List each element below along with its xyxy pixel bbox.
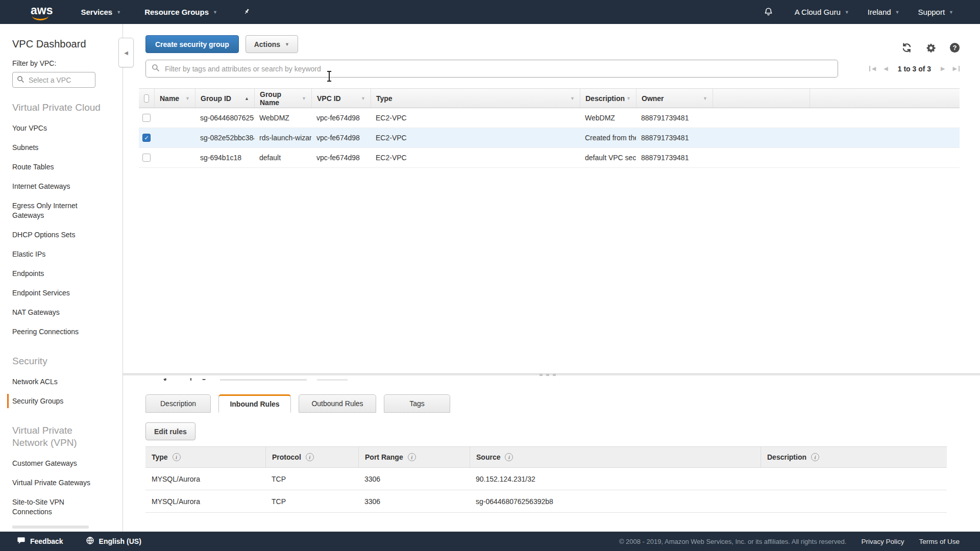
row-checkbox[interactable] (142, 154, 151, 162)
rule-source: 90.152.124.231/32 (470, 475, 761, 483)
nav-resource-groups[interactable]: Resource Groups▼ (144, 8, 217, 16)
clipped-text-remnant (190, 378, 191, 381)
sidebar-item-network-acls[interactable]: Network ACLs (12, 372, 102, 391)
select-all-checkbox[interactable] (144, 94, 149, 103)
sidebar-item-nat-gateways[interactable]: NAT Gateways (12, 303, 102, 322)
chevron-down-icon: ▼ (949, 10, 953, 15)
nav-support-menu[interactable]: Support▼ (918, 8, 953, 16)
sidebar-collapse-button[interactable]: ◀ (118, 38, 134, 67)
vpc-filter-input[interactable] (28, 76, 91, 85)
next-page-button[interactable]: ▶ (941, 66, 945, 71)
cell-owner: 888791739481 (636, 154, 713, 162)
nav-region-menu[interactable]: Ireland▼ (868, 8, 900, 16)
nav-services[interactable]: Services▼ (81, 8, 121, 16)
sidebar-item-egress-only-internet-gateways[interactable]: Egress Only Internet Gateways (12, 196, 102, 225)
column-header-description[interactable]: Description▼ (580, 89, 636, 108)
tab-tags[interactable]: Tags (384, 394, 450, 413)
actions-button[interactable]: Actions▼ (246, 35, 298, 53)
table-row[interactable]: sg-064468076256... WebDMZ vpc-fe674d98 E… (139, 108, 960, 128)
footer-right: © 2008 - 2019, Amazon Web Services, Inc.… (619, 538, 960, 545)
cell-description: default VPC securi... (580, 154, 636, 162)
info-icon[interactable]: i (811, 453, 819, 461)
first-page-button[interactable]: ◀ (869, 66, 876, 71)
row-checkbox-checked[interactable]: ✓ (142, 134, 151, 142)
filter-input[interactable] (164, 64, 832, 73)
sidebar-item-customer-gateways[interactable]: Customer Gateways (12, 454, 102, 473)
edit-rules-button[interactable]: Edit rules (145, 422, 195, 440)
filter-caret-icon: ▼ (185, 96, 190, 101)
vpc-filter-label: Filter by VPC: (12, 59, 112, 67)
search-icon (17, 76, 24, 85)
sort-asc-icon: ▲ (244, 96, 249, 101)
rule-type: MYSQL/Aurora (145, 497, 265, 506)
nav-account-menu[interactable]: A Cloud Guru▼ (795, 8, 849, 16)
chevron-down-icon: ▼ (845, 10, 849, 15)
search-icon (152, 64, 160, 73)
tab-description[interactable]: Description (145, 394, 211, 413)
sidebar-item-subnets[interactable]: Subnets (12, 138, 102, 157)
table-row-selected[interactable]: ✓ sg-082e52bbc384... rds-launch-wizard v… (139, 128, 960, 148)
filter-bar (145, 60, 838, 78)
page-title: VPC Dashboard (12, 38, 112, 50)
sidebar-item-site-to-site-vpn-connections[interactable]: Site-to-Site VPN Connections (12, 492, 102, 521)
sidebar-item-your-vpcs[interactable]: Your VPCs (12, 118, 102, 138)
feedback-button[interactable]: Feedback (17, 536, 63, 546)
info-icon[interactable]: i (306, 453, 314, 461)
info-icon[interactable]: i (505, 453, 513, 461)
filter-caret-icon: ▼ (361, 96, 365, 101)
sidebar-item-elastic-ips[interactable]: Elastic IPs (12, 244, 102, 264)
sidebar-item-security-groups[interactable]: Security Groups (12, 391, 102, 411)
sidebar-item-virtual-private-gateways[interactable]: Virtual Private Gateways (12, 473, 102, 492)
sidebar-item-internet-gateways[interactable]: Internet Gateways (12, 177, 102, 196)
info-icon[interactable]: i (173, 453, 181, 461)
main-content: Create security group Actions▼ ? ◀ ◀ 1 t… (123, 24, 980, 532)
sidebar-item-endpoints[interactable]: Endpoints (12, 264, 102, 283)
sidebar-item-clipped (12, 525, 89, 529)
info-icon[interactable]: i (408, 453, 416, 461)
column-header-group-id[interactable]: Group ID▲ (195, 89, 254, 108)
section-header-security: Security (12, 355, 107, 367)
copyright-text: © 2008 - 2019, Amazon Web Services, Inc.… (619, 538, 847, 545)
filter-caret-icon: ▼ (570, 96, 575, 101)
row-checkbox[interactable] (142, 114, 151, 122)
rule-type: MYSQL/Aurora (145, 475, 265, 483)
help-icon[interactable]: ? (950, 43, 960, 53)
inbound-rules-table: Typei Protocoli Port Rangei Sourcei Desc… (145, 446, 947, 513)
speech-bubble-icon (17, 536, 26, 546)
sidebar-item-endpoint-services[interactable]: Endpoint Services (12, 283, 102, 303)
create-security-group-button[interactable]: Create security group (145, 35, 239, 53)
cell-group-name: default (254, 154, 311, 162)
rule-source: sg-064468076256392b8 (470, 497, 761, 506)
language-selector[interactable]: English (US) (86, 536, 141, 546)
gear-icon[interactable] (926, 43, 936, 53)
privacy-policy-link[interactable]: Privacy Policy (861, 538, 904, 545)
clipped-text-remnant (202, 378, 206, 380)
tab-outbound-rules[interactable]: Outbound Rules (299, 394, 376, 413)
rule-port-range: 3306 (358, 497, 470, 506)
column-header-group-name[interactable]: Group Name▼ (254, 89, 311, 108)
refresh-icon[interactable] (901, 42, 912, 53)
cell-owner: 888791739481 (636, 134, 713, 142)
sidebar-item-route-tables[interactable]: Route Tables (12, 157, 102, 177)
sidebar: VPC Dashboard Filter by VPC: Virtual Pri… (0, 24, 123, 532)
column-header-name[interactable]: Name▼ (154, 89, 195, 108)
pin-icon[interactable] (240, 6, 252, 18)
prev-page-button[interactable]: ◀ (884, 66, 888, 71)
terms-of-use-link[interactable]: Terms of Use (919, 538, 960, 545)
rules-header-protocol: Protocol (272, 453, 301, 461)
column-header-owner[interactable]: Owner▼ (636, 89, 713, 108)
top-navbar: aws Services▼ Resource Groups▼ A Cloud G… (0, 0, 980, 24)
sidebar-item-peering-connections[interactable]: Peering Connections (12, 322, 102, 341)
column-header-type[interactable]: Type▼ (371, 89, 580, 108)
text-cursor (327, 71, 332, 82)
pagination-label: 1 to 3 of 3 (898, 65, 931, 73)
sidebar-item-dhcp-options-sets[interactable]: DHCP Options Sets (12, 225, 102, 244)
tab-inbound-rules[interactable]: Inbound Rules (218, 394, 291, 413)
filter-caret-icon: ▼ (302, 96, 306, 101)
column-header-vpc-id[interactable]: VPC ID▼ (311, 89, 371, 108)
notifications-bell-icon[interactable] (764, 6, 773, 18)
table-row[interactable]: sg-694b1c18 default vpc-fe674d98 EC2-VPC… (139, 148, 960, 168)
cell-group-id: sg-694b1c18 (195, 154, 254, 162)
aws-logo[interactable]: aws (31, 5, 53, 19)
last-page-button[interactable]: ▶ (953, 66, 960, 71)
